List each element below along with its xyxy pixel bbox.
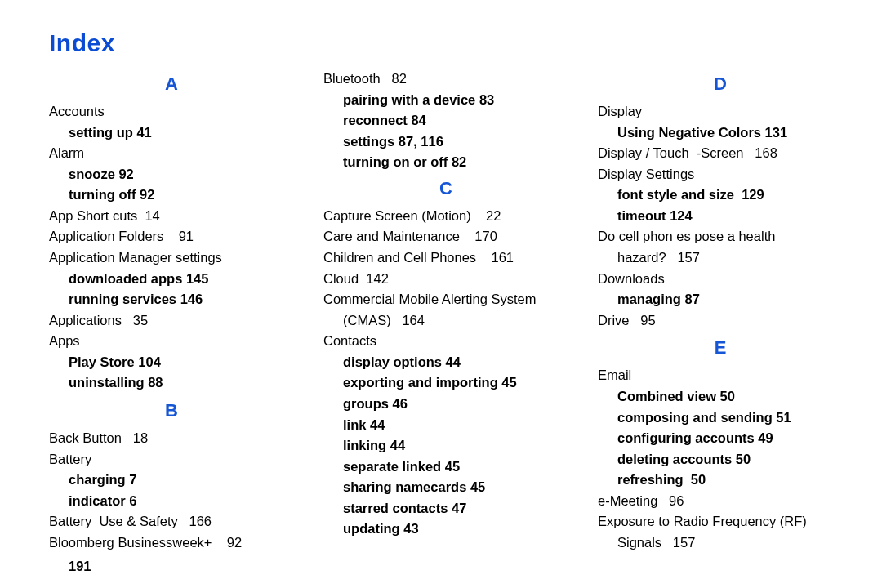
subentry-contacts-export-import: exporting and importing 45 <box>323 372 568 394</box>
subentry-contacts-groups: groups 46 <box>323 394 568 415</box>
subentry-display-negative-colors: Using Negative Colors 131 <box>598 122 843 144</box>
section-letter-a: A <box>49 70 294 98</box>
entry-bluetooth: Bluetooth 82 <box>323 69 568 90</box>
section-letter-e: E <box>598 334 843 362</box>
entry-children-cell-phones: Children and Cell Phones 161 <box>323 247 568 269</box>
subentry-accounts-setting-up: setting up 41 <box>49 122 294 144</box>
entry-email: Email <box>598 365 843 386</box>
section-letter-c: C <box>323 175 568 203</box>
subentry-contacts-updating: updating 43 <box>323 519 568 540</box>
document-page: Index A Accounts setting up 41 Alarm sno… <box>0 0 882 588</box>
entry-rf-exposure: Exposure to Radio Frequency (RF) <box>598 511 843 532</box>
entry-rf-exposure-cont: Signals 157 <box>598 532 843 554</box>
entry-accounts: Accounts <box>49 101 294 122</box>
subentry-uninstalling: uninstalling 88 <box>49 372 294 394</box>
subentry-play-store: Play Store 104 <box>49 352 294 373</box>
subentry-email-deleting-accounts: deleting accounts 50 <box>598 449 843 470</box>
entry-application-folders: Application Folders 91 <box>49 226 294 247</box>
entry-capture-screen: Capture Screen (Motion) 22 <box>323 206 568 227</box>
entry-battery-use-safety: Battery Use & Safety 166 <box>49 511 294 532</box>
entry-display-settings: Display Settings <box>598 164 843 185</box>
subentry-contacts-display-options: display options 44 <box>323 352 568 373</box>
entry-bloomberg-businessweek: Bloomberg Businessweek+ 92 <box>49 532 294 554</box>
subentry-email-config-accounts: configuring accounts 49 <box>598 428 843 449</box>
subentry-downloads-managing: managing 87 <box>598 289 843 310</box>
subentry-display-timeout: timeout 124 <box>598 206 843 227</box>
entry-battery: Battery <box>49 449 294 470</box>
subentry-email-combined-view: Combined view 50 <box>598 386 843 408</box>
subentry-bluetooth-turning: turning on or off 82 <box>323 152 568 173</box>
subentry-downloaded-apps: downloaded apps 145 <box>49 269 294 290</box>
entry-app-shortcuts: App Short cuts 14 <box>49 206 294 227</box>
entry-e-meeting: e-Meeting 96 <box>598 491 843 512</box>
subentry-contacts-linking: linking 44 <box>323 435 568 457</box>
entry-display-touch-screen: Display / Touch -Screen 168 <box>598 143 843 164</box>
entry-downloads: Downloads <box>598 269 843 290</box>
subentry-alarm-snooze: snooze 92 <box>49 164 294 185</box>
entry-care-maintenance: Care and Maintenance 170 <box>323 226 568 247</box>
page-title: Index <box>49 29 843 57</box>
page-number: 191 <box>49 556 294 577</box>
index-column-2: Bluetooth 82 pairing with a device 83 re… <box>323 69 568 577</box>
entry-alarm: Alarm <box>49 143 294 164</box>
index-column-3: D Display Using Negative Colors 131 Disp… <box>598 69 843 577</box>
entry-cmas: Commercial Mobile Alerting System <box>323 289 568 310</box>
subentry-email-refreshing: refreshing 50 <box>598 470 843 491</box>
entry-health-hazard-cont: hazard? 157 <box>598 247 843 269</box>
subentry-bluetooth-reconnect: reconnect 84 <box>323 110 568 131</box>
subentry-battery-charging: charging 7 <box>49 470 294 491</box>
entry-display: Display <box>598 101 843 122</box>
entry-cloud: Cloud 142 <box>323 269 568 290</box>
entry-application-manager-settings: Application Manager settings <box>49 247 294 269</box>
index-column-1: A Accounts setting up 41 Alarm snooze 92… <box>49 69 294 577</box>
subentry-contacts-starred: starred contacts 47 <box>323 498 568 519</box>
subentry-alarm-turning-off: turning off 92 <box>49 185 294 206</box>
entry-cmas-cont: (CMAS) 164 <box>323 310 568 332</box>
subentry-bluetooth-pairing: pairing with a device 83 <box>323 90 568 111</box>
entry-drive: Drive 95 <box>598 310 843 332</box>
subentry-email-composing-sending: composing and sending 51 <box>598 408 843 429</box>
subentry-contacts-separate-linked: separate linked 45 <box>323 457 568 478</box>
subentry-contacts-sharing-namecards: sharing namecards 45 <box>323 477 568 498</box>
entry-contacts: Contacts <box>323 331 568 352</box>
subentry-running-services: running services 146 <box>49 289 294 310</box>
subentry-bluetooth-settings: settings 87, 116 <box>323 131 568 153</box>
section-letter-b: B <box>49 397 294 425</box>
subentry-contacts-link: link 44 <box>323 415 568 436</box>
entry-applications: Applications 35 <box>49 310 294 332</box>
subentry-display-font-style: font style and size 129 <box>598 185 843 206</box>
index-columns: A Accounts setting up 41 Alarm snooze 92… <box>49 69 843 577</box>
entry-apps: Apps <box>49 331 294 352</box>
entry-back-button: Back Button 18 <box>49 428 294 449</box>
subentry-battery-indicator: indicator 6 <box>49 491 294 512</box>
section-letter-d: D <box>598 70 843 98</box>
entry-health-hazard: Do cell phon es pose a health <box>598 226 843 247</box>
